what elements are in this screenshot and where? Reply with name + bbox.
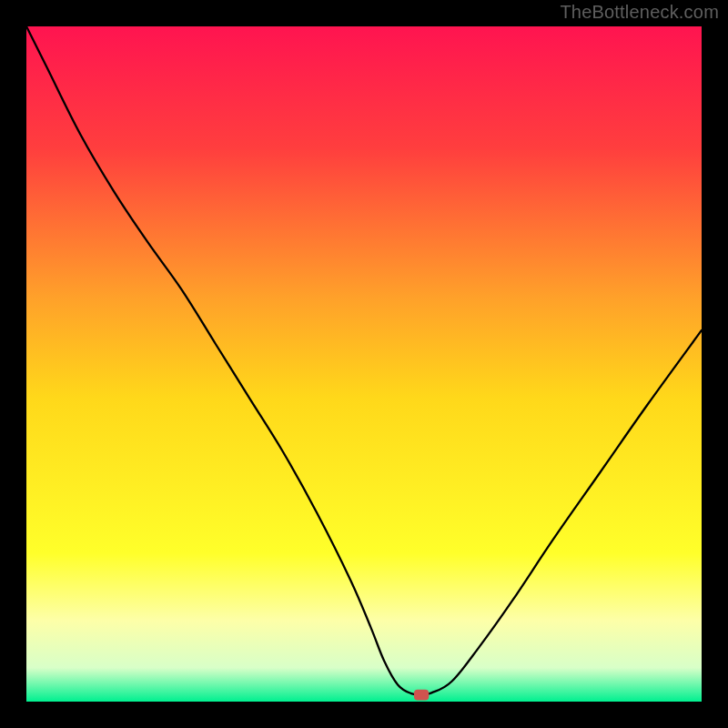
chart-frame: TheBottleneck.com [0,0,728,728]
bottleneck-chart [26,26,702,702]
attribution-text: TheBottleneck.com [560,2,719,23]
plot-background [26,26,702,702]
optimal-point-marker [414,690,429,701]
